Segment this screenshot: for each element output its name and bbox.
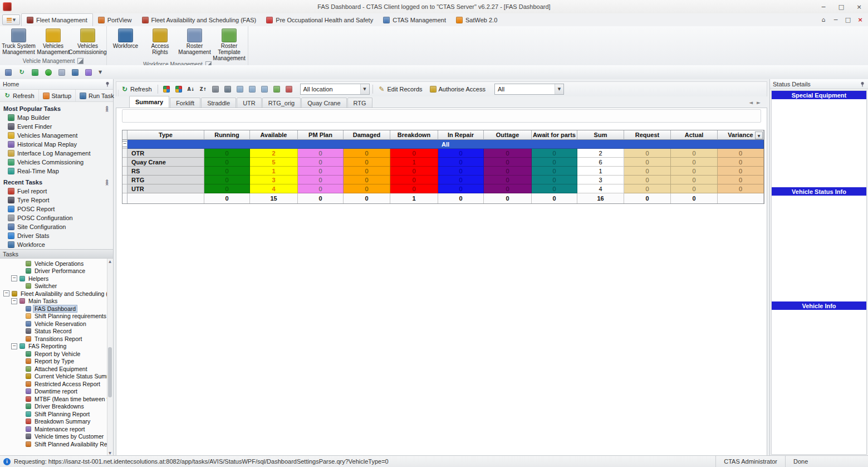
section-header-most-popular-tasks[interactable]: Most Popular Tasks«« [0,104,113,113]
value-cell[interactable]: 4 [250,184,298,193]
sidebar-item-driver-stats[interactable]: Driver Stats [0,231,113,240]
tasks-section-header[interactable]: Tasks [0,249,113,259]
ribbon-tab-fleet-availability-and-scheduling-fas[interactable]: Fleet Availability and Scheduling (FAS) [137,13,262,26]
section-header-recent-tasks[interactable]: Recent Tasks«« [0,177,113,187]
edit-records-button[interactable]: ✎ Edit Records [376,85,425,94]
value-cell[interactable]: 0 [390,176,438,184]
maximize-button[interactable]: □ [832,0,850,13]
value-cell[interactable]: 0 [204,176,250,184]
sidebar-item-posc-configuration[interactable]: POSC Configuration [0,213,113,222]
value-cell[interactable]: 0 [532,176,577,184]
location-select[interactable]: All location ▼ [300,84,370,95]
grid-export-left-button[interactable] [236,84,245,95]
sidebar-item-vehicles-management[interactable]: Vehicles Management [0,131,113,140]
value-cell[interactable]: 0 [624,176,671,184]
value-cell[interactable]: 0 [298,149,344,158]
tree-item-breakdown-summary[interactable]: Breakdown Summary [0,418,113,426]
tree-item-driver-breakdowns[interactable]: Driver Breakdowns [0,403,113,411]
column-header-available[interactable]: Available [250,130,298,140]
value-cell[interactable]: 0 [344,167,390,176]
find-button[interactable] [223,84,233,95]
type-cell-utr[interactable]: UTR [127,184,204,193]
column-filter-icon[interactable]: ▼ [755,132,763,139]
grid-cancel-button[interactable] [285,84,294,95]
mdi-home-button[interactable]: ⌂ [818,15,829,25]
value-cell[interactable]: 0 [532,149,577,158]
collapse-icon[interactable]: − [11,298,17,304]
tree-item-report-by-type[interactable]: Report by Type [0,358,113,366]
value-cell[interactable]: 0 [718,167,764,176]
column-header-outtage[interactable]: Outtage [484,130,532,140]
qat-overflow-button[interactable]: ▼ [96,70,104,75]
qat-save-button[interactable] [3,67,14,77]
vehicle-type-select[interactable]: All ▼ [494,84,564,95]
tree-item-restricted-access-report[interactable]: Restricted Access Report [0,380,113,388]
value-cell[interactable]: 4 [577,184,624,193]
palette-grid2-button[interactable] [174,84,184,95]
tab-scroll-right-icon[interactable]: ► [757,100,761,105]
refresh-button[interactable]: ↻Refresh [0,90,39,101]
tree-scrollbar[interactable]: ▲ ▼ [107,259,113,456]
column-header-await-for-parts[interactable]: Await for parts [532,130,577,140]
tab-utr[interactable]: UTR [237,98,262,108]
tab-straddle[interactable]: Straddle [201,98,236,108]
sidebar-item-interface-log-management[interactable]: Interface Log Management [0,149,113,158]
tree-item-fas-dashboard[interactable]: FAS Dashboard [0,305,113,313]
access-rights-button[interactable]: Access Rights [143,27,177,61]
run-task-button[interactable]: Run Task [76,90,119,101]
truck-system-management-button[interactable]: Truck System Management [2,27,36,57]
value-cell[interactable]: 0 [344,176,390,184]
value-cell[interactable]: 0 [298,167,344,176]
tab-rtg-orig[interactable]: RTG_orig [262,98,301,108]
value-cell[interactable]: 0 [671,167,718,176]
value-cell[interactable]: 2 [250,149,298,158]
tab-summary[interactable]: Summary [129,96,169,108]
column-header-sum[interactable]: Sum [577,130,624,140]
tree-item-vehicle-reservation[interactable]: Vehicle Reservation [0,320,113,328]
qat-record-button[interactable] [43,67,54,77]
collapse-group-icon[interactable]: − [122,141,127,147]
value-cell[interactable]: 0 [204,167,250,176]
value-cell[interactable]: 0 [532,184,577,193]
value-cell[interactable]: 0 [390,149,438,158]
refresh-button[interactable]: ↻ Refresh [119,85,155,94]
type-cell-otr[interactable]: OTR [127,149,204,158]
value-cell[interactable]: 0 [438,158,484,167]
sort-asc-button[interactable]: A↓ [187,84,196,95]
value-cell[interactable]: 0 [671,158,718,167]
value-cell[interactable]: 0 [532,167,577,176]
workforce-button[interactable]: Workforce [109,27,143,61]
startup-button[interactable]: Startup [39,90,76,101]
value-cell[interactable]: 0 [624,158,671,167]
value-cell[interactable]: 0 [204,184,250,193]
value-cell[interactable]: 0 [718,149,764,158]
tree-item-attached-equipment[interactable]: Attached Equipment [0,365,113,373]
value-cell[interactable]: 0 [484,176,532,184]
qat-copy-button[interactable] [56,67,67,77]
type-cell-quay-crane[interactable]: Quay Crane [127,158,204,167]
authorise-access-button[interactable]: Authorise Access [427,85,488,94]
value-cell[interactable]: 5 [250,158,298,167]
value-cell[interactable]: 0 [484,149,532,158]
sidebar-item-tyre-report[interactable]: Tyre Report [0,196,113,205]
tree-item-transitions-report[interactable]: Transitions Report [0,335,113,343]
column-header-pm-plan[interactable]: PM Plan [298,130,344,140]
tree-item-switcher[interactable]: Switcher [0,283,113,290]
value-cell[interactable]: 0 [344,184,390,193]
ribbon-tab-satweb-2-0[interactable]: SatWeb 2.0 [451,13,502,26]
tab-scroll-left-icon[interactable]: ◄ [749,100,753,105]
value-cell[interactable]: 3 [577,176,624,184]
sidebar-item-vehicles-commissioning[interactable]: Vehicles Commissioning [0,158,113,167]
value-cell[interactable]: 0 [484,184,532,193]
type-cell-rs[interactable]: RS [127,167,204,176]
type-cell-rtg[interactable]: RTG [127,176,204,184]
roster-management-button[interactable]: Roster Management [178,27,212,61]
tree-item-mtbf-mean-time-between-fa[interactable]: MTBF (Mean time between fa [0,395,113,403]
group-row-indicator[interactable]: − [122,140,127,149]
group-row-all[interactable]: All [127,140,764,149]
mdi-close-button[interactable]: × [855,15,866,25]
vehicles-commissioning-button[interactable]: Vehicles Commissioning [71,27,105,57]
tab-quay-crane[interactable]: Quay Crane [301,98,346,108]
value-cell[interactable]: 0 [624,149,671,158]
value-cell[interactable]: 0 [298,176,344,184]
